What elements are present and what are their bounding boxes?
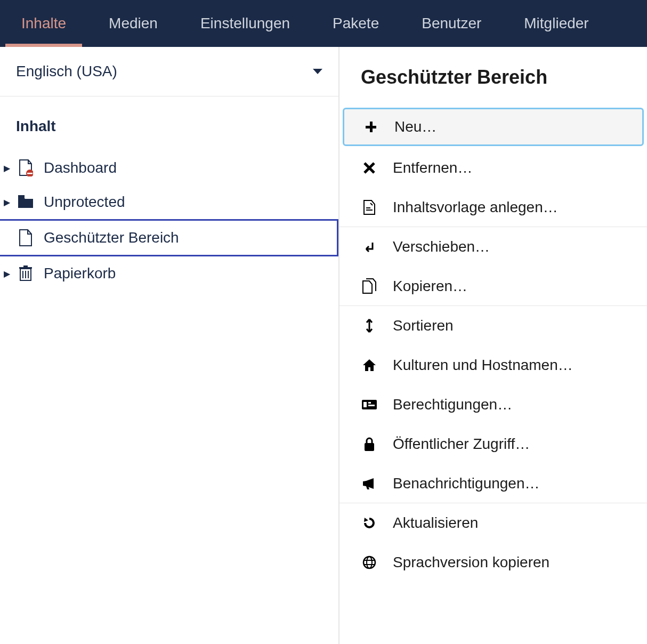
ctx-item-label: Entfernen… <box>393 159 472 176</box>
permissions-icon <box>361 396 378 413</box>
ctx-item-label: Berechtigungen… <box>393 396 512 413</box>
chevron-down-icon <box>313 69 322 74</box>
ctx-new[interactable]: Neu… <box>343 108 644 146</box>
tree-item-label: Unprotected <box>44 194 125 211</box>
expand-icon[interactable]: ▶ <box>1 197 13 207</box>
tree-item-label: Dashboard <box>44 159 117 176</box>
nav-inhalte[interactable]: Inhalte <box>0 0 87 47</box>
svg-rect-17 <box>365 443 374 451</box>
ctx-item-label: Neu… <box>394 118 436 135</box>
ctx-item-label: Verschieben… <box>393 238 490 255</box>
template-icon <box>361 199 378 216</box>
svg-rect-10 <box>366 126 376 128</box>
svg-rect-2 <box>18 195 25 198</box>
ctx-item-label: Öffentlicher Zugriff… <box>393 436 530 453</box>
file-forbidden-icon <box>17 159 34 176</box>
refresh-icon <box>361 514 378 532</box>
file-icon <box>17 229 34 246</box>
tree-item-unprotected[interactable]: ▶ Unprotected <box>0 185 338 219</box>
svg-point-18 <box>363 557 375 568</box>
content-sidebar: Englisch (USA) Inhalt ▶ Dashboard ▶ Unpr… <box>0 47 339 644</box>
svg-rect-12 <box>366 210 373 211</box>
copy-icon <box>361 278 378 295</box>
ctx-item-label: Sortieren <box>393 317 454 334</box>
top-navigation: Inhalte Medien Einstellungen Pakete Benu… <box>0 0 647 47</box>
context-title: Geschützter Bereich <box>339 47 647 106</box>
sidebar-heading: Inhalt <box>0 96 338 151</box>
svg-rect-16 <box>368 405 375 406</box>
svg-rect-1 <box>27 173 33 174</box>
globe-icon <box>361 554 378 571</box>
ctx-cultures-hostnames[interactable]: Kulturen und Hostnamen… <box>339 345 647 385</box>
tree-item-geschuetzter-bereich[interactable]: ▶ Geschützter Bereich <box>0 219 338 256</box>
svg-rect-14 <box>363 402 367 407</box>
close-icon <box>361 159 378 176</box>
ctx-move[interactable]: Verschieben… <box>339 227 647 267</box>
svg-rect-8 <box>23 265 28 267</box>
ctx-copy[interactable]: Kopieren… <box>339 267 647 306</box>
move-icon <box>361 238 378 255</box>
ctx-permissions[interactable]: Berechtigungen… <box>339 385 647 424</box>
expand-icon[interactable]: ▶ <box>1 269 13 279</box>
ctx-sort[interactable]: Sortieren <box>339 306 647 345</box>
nav-einstellungen[interactable]: Einstellungen <box>179 0 311 47</box>
tree-item-dashboard[interactable]: ▶ Dashboard <box>0 151 338 185</box>
plus-icon <box>362 118 379 135</box>
nav-medien[interactable]: Medien <box>87 0 179 47</box>
ctx-public-access[interactable]: Öffentlicher Zugriff… <box>339 424 647 464</box>
svg-rect-11 <box>366 207 370 208</box>
content-tree: ▶ Dashboard ▶ Unprotected ▶ Geschützter … <box>0 151 338 291</box>
expand-icon[interactable]: ▶ <box>1 163 13 173</box>
svg-point-19 <box>367 557 372 568</box>
svg-rect-15 <box>368 402 371 404</box>
context-menu: Neu… Entfernen… Inhaltsvorlage anlegen… … <box>339 108 647 582</box>
ctx-item-label: Inhaltsvorlage anlegen… <box>393 199 558 216</box>
ctx-refresh[interactable]: Aktualisieren <box>339 503 647 543</box>
folder-icon <box>17 194 34 211</box>
ctx-item-label: Kopieren… <box>393 278 467 295</box>
tree-item-label: Papierkorb <box>44 265 116 282</box>
nav-pakete[interactable]: Pakete <box>311 0 400 47</box>
ctx-copy-language-version[interactable]: Sprachversion kopieren <box>339 543 647 582</box>
ctx-item-label: Benachrichtigungen… <box>393 475 540 492</box>
ctx-notifications[interactable]: Benachrichtigungen… <box>339 464 647 503</box>
trash-icon <box>17 265 34 282</box>
tree-item-label: Geschützter Bereich <box>44 229 179 246</box>
sort-icon <box>361 317 378 334</box>
svg-rect-7 <box>19 267 32 269</box>
megaphone-icon <box>361 475 378 492</box>
nav-benutzer[interactable]: Benutzer <box>400 0 503 47</box>
ctx-item-label: Kulturen und Hostnamen… <box>393 357 573 374</box>
language-selector[interactable]: Englisch (USA) <box>0 47 338 96</box>
ctx-delete[interactable]: Entfernen… <box>339 148 647 188</box>
ctx-create-template[interactable]: Inhaltsvorlage anlegen… <box>339 188 647 227</box>
lock-icon <box>361 436 378 453</box>
home-icon <box>361 357 378 374</box>
language-label: Englisch (USA) <box>16 63 117 80</box>
nav-mitglieder[interactable]: Mitglieder <box>503 0 610 47</box>
ctx-item-label: Sprachversion kopieren <box>393 554 549 571</box>
ctx-item-label: Aktualisieren <box>393 514 478 532</box>
tree-item-papierkorb[interactable]: ▶ Papierkorb <box>0 256 338 291</box>
context-menu-panel: Geschützter Bereich Neu… Entfernen… Inha… <box>339 47 647 644</box>
